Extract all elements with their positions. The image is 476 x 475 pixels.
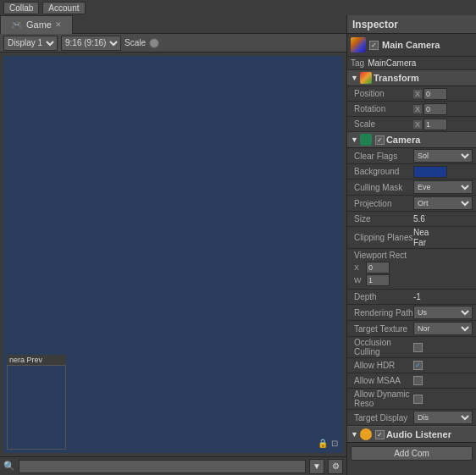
allow-hdr-checkbox[interactable] (413, 361, 423, 370)
allow-hdr-row: Allow HDR (347, 358, 476, 373)
background-row: Background (347, 164, 476, 180)
depth-label: Depth (354, 292, 413, 301)
vp-w-input[interactable] (366, 274, 390, 286)
allow-dynamic-row: Allow Dynamic Reso (347, 389, 476, 410)
background-color-picker[interactable] (413, 166, 447, 178)
rot-x-input[interactable] (423, 103, 447, 115)
display-select[interactable]: Display 1 (3, 36, 58, 51)
object-icon (351, 37, 366, 52)
occlusion-culling-row: Occlusion Culling (347, 337, 476, 358)
background-label: Background (354, 167, 413, 176)
tab-close-icon[interactable]: ✕ (55, 20, 62, 29)
clipping-far-value: Far (413, 238, 429, 247)
maximize-icon[interactable]: ⊡ (331, 439, 338, 448)
scale-xyz: X (413, 119, 473, 130)
transform-title: Transform (374, 73, 419, 83)
culling-mask-row: Culling Mask Eve (347, 180, 476, 196)
settings-button[interactable]: ⚙ (328, 459, 343, 474)
vp-x-input[interactable] (366, 262, 390, 273)
audio-enabled-checkbox[interactable] (375, 430, 385, 439)
camera-icon (360, 134, 372, 146)
allow-dynamic-checkbox[interactable] (413, 395, 423, 404)
tag-label: Tag (351, 58, 364, 68)
camera-section-header[interactable]: ▼ Camera (347, 132, 476, 148)
account-button[interactable]: Account (42, 2, 85, 14)
position-xyz: X (413, 88, 473, 100)
audio-listener-header[interactable]: ▼ Audio Listener (347, 426, 476, 443)
clear-flags-select[interactable]: Sol (413, 149, 473, 163)
allow-dynamic-label: Allow Dynamic Reso (354, 389, 413, 408)
target-texture-label: Target Texture (354, 324, 413, 334)
viewport-rect-section: Viewport Rect X W (347, 249, 476, 290)
rotation-label: Rotation (354, 104, 413, 113)
transform-icon (360, 72, 372, 84)
search-icon: 🔍 (3, 461, 15, 472)
scale-prop-label: Scale (354, 119, 413, 129)
tab-label: Game (26, 19, 52, 30)
inspector-title: Inspector (352, 19, 398, 30)
camera-preview-label: nera Prev (7, 355, 66, 365)
lock-icon[interactable]: 🔒 (318, 439, 328, 448)
culling-mask-label: Culling Mask (354, 183, 413, 192)
viewport-x-row: X (354, 262, 473, 273)
game-panel: 🎮 Game ✕ Display 1 9:16 (9:16) Scale ner… (0, 15, 347, 475)
add-component-button[interactable]: Add Com (351, 446, 473, 461)
occlusion-checkbox[interactable] (413, 343, 423, 352)
object-header: Main Camera (347, 34, 476, 57)
inspector-header: Inspector (347, 15, 476, 34)
search-input[interactable] (19, 460, 306, 473)
target-texture-select[interactable]: Nor (413, 322, 473, 335)
main-layout: 🎮 Game ✕ Display 1 9:16 (9:16) Scale ner… (0, 15, 476, 475)
scale-slider[interactable] (149, 38, 159, 48)
allow-hdr-label: Allow HDR (354, 361, 413, 370)
game-tab[interactable]: 🎮 Game ✕ (0, 15, 73, 34)
projection-select[interactable]: Ort (413, 196, 473, 210)
size-value[interactable]: 5.6 (413, 214, 473, 224)
target-display-select[interactable]: Dis (413, 411, 473, 424)
scale-x-input[interactable] (423, 119, 447, 130)
scale-x-label: X (413, 120, 422, 129)
resolution-select[interactable]: 9:16 (9:16) (61, 36, 121, 51)
clear-flags-row: Clear Flags Sol (347, 148, 476, 164)
rendering-select[interactable]: Us (413, 306, 473, 319)
pos-x-label: X (413, 90, 422, 98)
filter-button[interactable]: ▼ (309, 459, 324, 474)
pos-x-input[interactable] (423, 88, 447, 100)
inspector-panel: Inspector Main Camera Tag MainCamera ▼ T… (347, 15, 476, 475)
allow-msaa-checkbox[interactable] (413, 376, 423, 385)
rot-x-label: X (413, 105, 422, 113)
camera-title: Camera (386, 135, 420, 145)
audio-icon (360, 428, 372, 440)
projection-row: Projection Ort (347, 196, 476, 212)
tag-value[interactable]: MainCamera (368, 58, 416, 68)
game-toolbar: Display 1 9:16 (9:16) Scale (0, 34, 346, 52)
transform-section-header[interactable]: ▼ Transform (347, 70, 476, 86)
vp-w-label: W (354, 276, 364, 284)
object-name: Main Camera (382, 40, 440, 50)
allow-msaa-row: Allow MSAA (347, 373, 476, 389)
size-label: Size (354, 214, 413, 224)
occlusion-label: Occlusion Culling (354, 338, 413, 356)
culling-mask-select[interactable]: Eve (413, 180, 473, 194)
camera-preview-view (7, 365, 66, 450)
game-tabs: 🎮 Game ✕ (0, 15, 346, 34)
object-enabled-checkbox[interactable] (369, 41, 379, 50)
rendering-label: Rendering Path (354, 308, 413, 318)
scale-row: Scale X (347, 117, 476, 132)
position-row: Position X (347, 86, 476, 102)
tab-icon: 🎮 (11, 19, 23, 30)
collab-button[interactable]: Collab (3, 2, 39, 14)
clipping-label: Clipping Planes (354, 233, 413, 242)
depth-row: Depth -1 (347, 290, 476, 305)
viewport-w-row: W (354, 274, 473, 286)
allow-msaa-label: Allow MSAA (354, 376, 413, 385)
depth-value[interactable]: -1 (413, 292, 473, 301)
tag-row: Tag MainCamera (347, 57, 476, 70)
scale-label: Scale (125, 38, 146, 47)
viewport-label: Viewport Rect (354, 251, 473, 260)
rotation-row: Rotation X (347, 102, 476, 117)
rotation-xyz: X (413, 103, 473, 115)
camera-enabled-checkbox[interactable] (375, 135, 385, 145)
target-display-label: Target Display (354, 413, 413, 423)
target-display-row: Target Display Dis (347, 410, 476, 426)
